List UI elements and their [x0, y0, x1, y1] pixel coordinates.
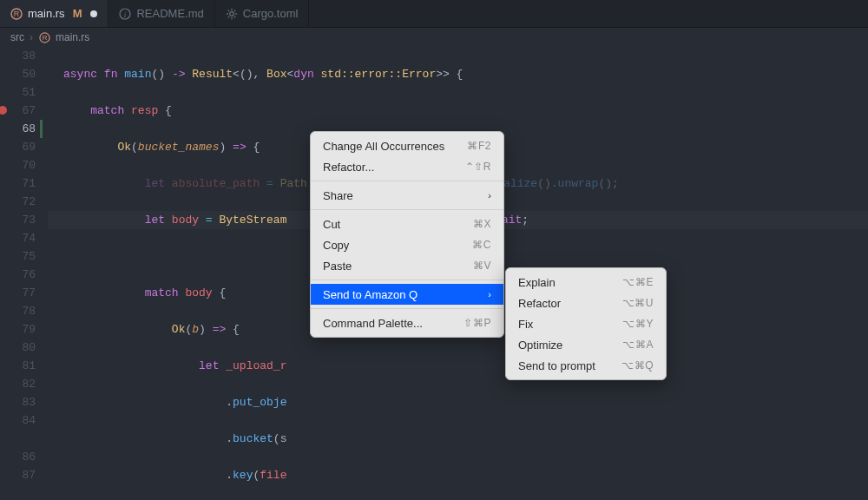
chevron-right-icon: ›: [488, 190, 491, 201]
line-number: 87: [0, 466, 36, 484]
line-number: 69: [0, 138, 36, 156]
tab-label: README.md: [136, 7, 203, 20]
line-number: 70: [0, 156, 36, 174]
line-number: [0, 484, 36, 500]
info-file-icon: i: [119, 8, 131, 20]
rust-file-icon: R: [10, 8, 23, 20]
line-number: 67: [0, 102, 36, 120]
line-number: 71: [0, 174, 36, 193]
submenu-explain[interactable]: Explain⌥⌘E: [506, 272, 666, 293]
submenu-fix[interactable]: Fix⌥⌘Y: [506, 313, 666, 334]
line-number: 77: [0, 284, 36, 302]
submenu-send-prompt[interactable]: Send to prompt⌥⌘Q: [506, 355, 666, 376]
tab-cargo[interactable]: Cargo.toml: [215, 0, 310, 27]
line-number: 86: [0, 448, 36, 466]
breadcrumb-file[interactable]: main.rs: [56, 31, 89, 43]
tab-label: Cargo.toml: [243, 7, 299, 20]
line-number: 79: [0, 320, 36, 339]
line-number: 68: [0, 120, 36, 138]
line-number: 75: [0, 247, 36, 266]
submenu-optimize[interactable]: Optimize⌥⌘A: [506, 334, 666, 355]
breadcrumb-folder[interactable]: src: [10, 31, 24, 43]
dirty-indicator-icon: [90, 10, 97, 17]
breakpoint-icon[interactable]: [0, 106, 7, 115]
menu-share[interactable]: Share›: [311, 185, 503, 206]
context-submenu-amazon-q: Explain⌥⌘E Refactor⌥⌘U Fix⌥⌘Y Optimize⌥⌘…: [505, 267, 667, 380]
line-number: [0, 430, 36, 448]
svg-line-12: [227, 16, 229, 17]
line-number: 74: [0, 229, 36, 247]
svg-text:i: i: [124, 10, 127, 18]
menu-command-palette[interactable]: Command Palette...⇧⌘P: [311, 312, 503, 333]
menu-separator: [311, 308, 503, 309]
line-gutter: 38 50 51 67 68 69 70 71 72 73 74 75 76 7…: [0, 47, 48, 500]
menu-refactor[interactable]: Refactor...⌃⇧R: [311, 156, 503, 177]
tab-readme[interactable]: i README.md: [108, 0, 214, 27]
editor-tabs: R main.rs M i README.md Cargo.toml: [0, 0, 868, 28]
submenu-refactor[interactable]: Refactor⌥⌘U: [506, 293, 666, 313]
svg-line-9: [227, 10, 229, 11]
line-number: 84: [0, 411, 36, 430]
tab-label: main.rs: [28, 7, 65, 20]
line-number: 80: [0, 339, 36, 357]
svg-line-10: [234, 16, 236, 17]
modified-marker: [40, 120, 43, 138]
breadcrumb[interactable]: src › R main.rs: [0, 28, 868, 47]
menu-send-amazon-q[interactable]: Send to Amazon Q›: [311, 284, 503, 305]
menu-change-occurrences[interactable]: Change All Occurrences⌘F2: [311, 135, 503, 156]
svg-text:R: R: [14, 10, 20, 18]
line-number: 83: [0, 393, 36, 411]
menu-separator: [311, 280, 503, 280]
menu-paste[interactable]: Paste⌘V: [311, 255, 503, 276]
line-number: 82: [0, 375, 36, 393]
menu-copy[interactable]: Copy⌘C: [311, 234, 503, 255]
line-number: 51: [0, 83, 36, 102]
svg-point-4: [229, 11, 233, 16]
tab-main-rs[interactable]: R main.rs M: [0, 0, 108, 27]
gear-file-icon: [226, 8, 238, 20]
rust-file-icon: R: [38, 31, 50, 43]
line-number: 78: [0, 302, 36, 320]
svg-line-11: [234, 10, 236, 11]
line-number: 76: [0, 266, 36, 284]
line-number: 72: [0, 193, 36, 211]
svg-text:R: R: [42, 34, 47, 42]
context-menu: Change All Occurrences⌘F2 Refactor...⌃⇧R…: [310, 131, 504, 338]
menu-cut[interactable]: Cut⌘X: [311, 214, 503, 234]
line-number: 38: [0, 47, 36, 65]
line-number: 73: [0, 211, 36, 229]
menu-separator: [311, 181, 503, 181]
menu-separator: [311, 209, 503, 210]
line-number: 50: [0, 65, 36, 83]
line-number: 81: [0, 357, 36, 375]
chevron-right-icon: ›: [488, 289, 491, 299]
chevron-right-icon: ›: [30, 31, 33, 43]
modified-badge: M: [73, 7, 82, 20]
